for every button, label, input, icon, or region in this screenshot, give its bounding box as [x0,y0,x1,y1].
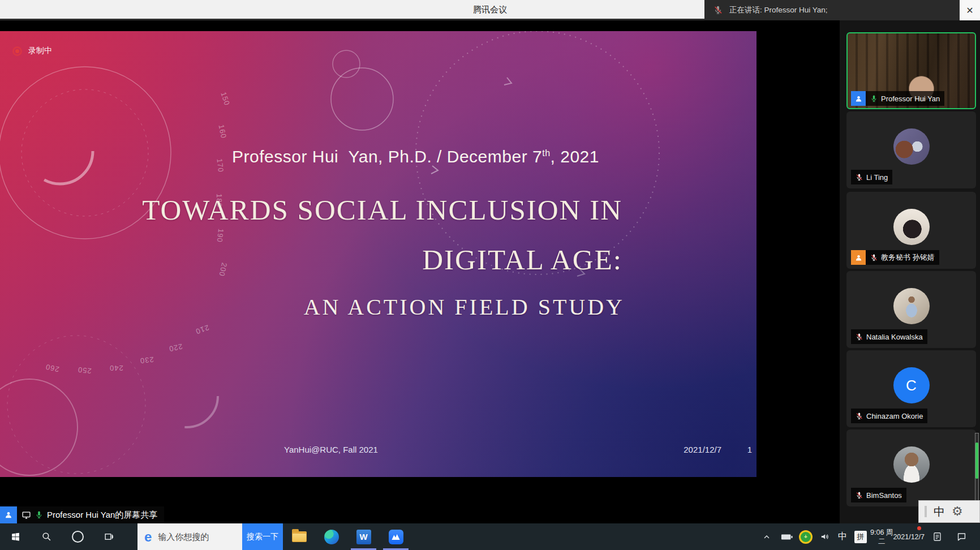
mic-muted-icon [856,174,863,181]
pinyin-ime-icon: 拼 [854,531,867,543]
search-icon [41,531,52,542]
volume-button[interactable] [815,523,834,550]
byline-main: Professor Hui Yan, Ph.D. / December 7 [232,147,542,166]
participant-name: Professor Hui Yan [881,94,940,103]
antivirus-tray-button[interactable] [797,523,815,550]
ime-settings-gear-icon[interactable] [952,505,963,518]
cohost-badge-icon [851,250,866,265]
dial-number: 150 [219,91,231,106]
avatar [893,128,930,165]
battery-indicator[interactable] [777,523,797,550]
dial-number: 210 [194,323,210,336]
dial-number: 250 [77,366,92,376]
participant-name: Chinazam Okorie [866,412,923,420]
dial-number: 220 [168,342,183,354]
file-explorer-button[interactable] [283,523,315,550]
dial-number: 160 [217,124,228,139]
folder-icon [292,531,307,542]
tray-chevron-button[interactable] [756,523,777,550]
dial-number: 190 [216,228,226,243]
battery-icon [781,533,793,541]
system-tray: 中 拼 9:06 周二 2021/12/7 [756,523,980,550]
cortana-button[interactable] [62,523,93,550]
byline-end: , 2021 [551,147,599,166]
screen-share-stage: 150 160 170 180 190 200 210 220 230 240 … [0,20,840,523]
tray-ime-button[interactable]: 拼 [851,523,870,550]
tray-clock[interactable]: 9:06 周二 2021/12/7 [870,523,925,550]
slide-decor-circles [0,31,757,477]
byline-sup: th [542,148,550,158]
participant-tile-sun-mingjing[interactable]: 教务秘书 孙铭婧 [846,192,976,269]
slide-title-line2: DIGITAL AGE: [422,243,622,276]
dial-number: 200 [217,262,229,277]
scrollbar-thumb[interactable] [975,442,978,479]
participants-panel: Professor Hui Yan Li Ting 教务秘书 孙铭婧 [840,20,980,523]
recording-dot-icon [12,46,22,56]
meeting-button[interactable] [380,523,412,550]
participant-tile-professor-hui-yan[interactable]: Professor Hui Yan [846,32,976,109]
mic-on-icon [35,511,43,519]
slide-title-line1: TOWARDS SOCIAL INCLUSION IN [142,194,622,226]
avatar-letter: C [906,377,917,394]
ime-drag-handle[interactable] [925,506,927,517]
dial-number: 170 [216,158,226,173]
participant-tile-bimsantos[interactable]: BimSantos [846,429,976,506]
journal-button[interactable] [925,523,949,550]
clock-date: 2021/12/7 [893,532,925,542]
mic-muted-icon [856,412,863,420]
slide-byline: Professor Hui Yan, Ph.D. / December 7th,… [232,147,599,166]
participant-tile-natalia-kowalska[interactable]: Natalia Kowalska [846,271,976,348]
mic-muted-icon [856,333,863,341]
participant-name: Natalia Kowalska [866,333,923,341]
chat-bubble-icon [956,531,967,542]
task-view-button[interactable] [93,523,124,550]
cortana-icon [72,531,84,543]
mic-muted-icon [870,254,878,261]
close-button[interactable]: ✕ [960,0,980,20]
clock-time: 9:06 周二 [870,528,893,546]
search-go-button[interactable]: 搜索一下 [242,523,283,550]
dial-number: 230 [139,355,154,366]
edge-button[interactable] [315,523,347,550]
ime-toolbar: 中 [918,500,980,523]
dial-number: 260 [45,363,60,374]
task-view-icon [104,531,114,542]
avatar [893,446,930,483]
slide-footer-course: YanHui@RUC, Fall 2021 [284,445,378,454]
avatar-initial: C [893,367,930,403]
slide-footer-date: 2021/12/7 [684,445,721,454]
start-button[interactable] [0,523,31,550]
word-button[interactable] [347,523,380,550]
taskbar-search-button[interactable] [31,523,62,550]
search-input[interactable] [157,531,242,542]
participant-tile-li-ting[interactable]: Li Ting [846,111,976,188]
tray-language-indicator[interactable]: 中 [834,523,851,550]
ime-lang-indicator[interactable]: 中 [934,504,945,519]
avatar [893,288,930,324]
word-icon [356,530,371,544]
volume-icon [819,532,830,542]
taskbar-search-box[interactable]: 搜索一下 [137,523,283,550]
slide-subtitle: AN ACTION FIELD STUDY [304,294,625,320]
share-banner-text: Professor Hui Yan的屏幕共享 [47,510,157,521]
chevron-up-icon [762,532,771,542]
mic-on-icon [870,95,878,102]
tencent-meeting-window: 腾讯会议 正在讲话: Professor Hui Yan; ✕ [0,0,980,550]
speaking-banner: 正在讲话: Professor Hui Yan; [704,0,960,20]
participant-name: Li Ting [866,173,888,182]
mic-muted-icon [856,492,863,499]
recording-indicator: 录制中 [12,46,52,56]
screen-share-icon [22,510,31,520]
notification-center-button[interactable] [949,523,973,550]
recording-label: 录制中 [28,46,52,56]
taskbar: 搜索一下 中 [0,523,980,550]
antivirus-icon [799,530,813,544]
dial-number: 240 [109,364,123,372]
windows-logo-icon [11,532,20,542]
member-badge-icon [0,506,17,523]
share-banner: Professor Hui Yan的屏幕共享 [0,506,164,523]
avatar [893,209,930,245]
close-icon: ✕ [966,5,973,16]
participant-name: BimSantos [866,491,902,500]
participant-tile-chinazam-okorie[interactable]: C Chinazam Okorie [846,350,976,427]
